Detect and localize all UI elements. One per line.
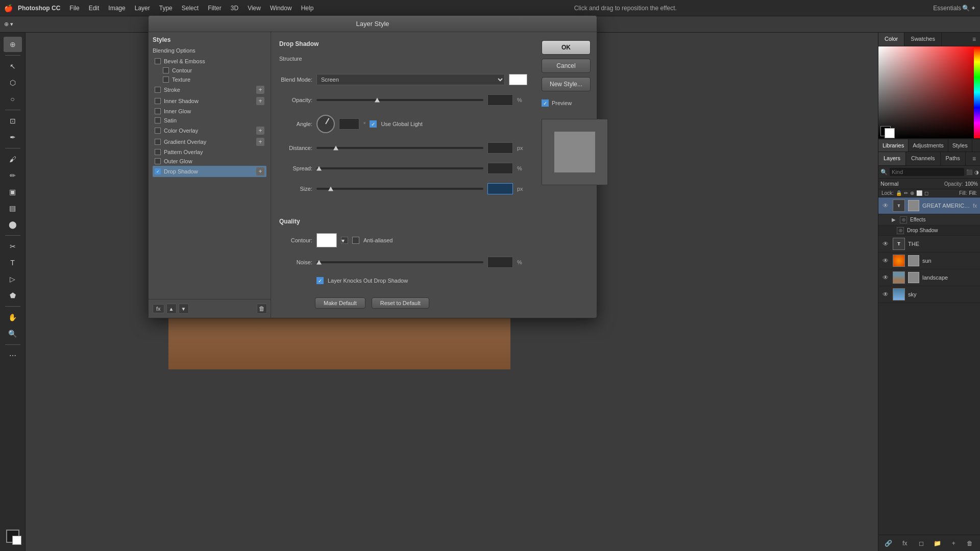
size-input[interactable]: 7 xyxy=(487,183,513,194)
lasso-tool[interactable]: ⬡ xyxy=(4,75,22,90)
blend-color-swatch[interactable] xyxy=(509,74,527,85)
drop-shadow-checkbox[interactable]: ✓ xyxy=(155,168,161,174)
distance-slider[interactable] xyxy=(316,144,483,152)
style-stroke[interactable]: Stroke + xyxy=(153,84,266,95)
menu-image[interactable]: Image xyxy=(104,3,129,14)
lock-move-icon[interactable]: ⊕ xyxy=(910,190,914,196)
distance-input[interactable]: 10 xyxy=(487,142,513,154)
layer-visibility-the-icon[interactable]: 👁 xyxy=(881,240,890,248)
style-color-overlay[interactable]: Color Overlay + xyxy=(153,125,266,136)
color-overlay-add-btn[interactable]: + xyxy=(256,127,264,135)
style-inner-shadow[interactable]: Inner Shadow + xyxy=(153,95,266,107)
tab-libraries[interactable]: Libraries xyxy=(878,139,909,152)
angle-dial[interactable] xyxy=(316,115,335,133)
outer-glow-checkbox[interactable] xyxy=(155,158,161,164)
layers-kind-input[interactable] xyxy=(890,168,964,176)
lock-pixel-icon[interactable]: ✏ xyxy=(904,190,908,196)
new-style-button[interactable]: New Style... xyxy=(542,77,591,91)
layer-item-sun[interactable]: 👁 sun xyxy=(878,253,980,269)
drop-shadow-visibility-icon[interactable]: ◎ xyxy=(897,227,904,234)
zoom-tool[interactable]: 🔍 xyxy=(4,326,22,341)
use-global-light-checkbox[interactable]: ✓ xyxy=(370,120,377,128)
color-spectrum[interactable] xyxy=(974,46,980,138)
eyedropper-tool[interactable]: ✒ xyxy=(4,130,22,145)
selection-tool[interactable]: ↖ xyxy=(4,59,22,74)
path-tool[interactable]: ▷ xyxy=(4,271,22,287)
spread-slider[interactable] xyxy=(316,165,483,172)
shape-tool[interactable]: ⬟ xyxy=(4,288,22,303)
link-layers-btn[interactable]: 🔗 xyxy=(884,538,894,548)
layers-panel-menu[interactable]: ≡ xyxy=(968,152,980,165)
delete-layer-btn[interactable]: 🗑 xyxy=(965,538,975,548)
ok-button[interactable]: OK xyxy=(542,40,591,55)
effects-toggle-icon[interactable]: ▶ xyxy=(891,217,897,223)
satin-checkbox[interactable] xyxy=(155,117,161,123)
gradient-overlay-checkbox[interactable] xyxy=(155,139,161,145)
blending-header[interactable]: Blending Options xyxy=(153,47,266,54)
ellipse-tool[interactable]: ○ xyxy=(4,91,22,107)
blend-mode-select[interactable]: Screen Normal Multiply Overlay xyxy=(316,74,505,85)
filter-pixel-icon[interactable]: ⬛ xyxy=(966,169,972,175)
texture-checkbox[interactable] xyxy=(163,77,169,83)
apple-menu[interactable]: 🍎 xyxy=(4,4,13,12)
move-down-btn[interactable]: ▼ xyxy=(179,304,189,314)
cancel-button[interactable]: Cancel xyxy=(542,59,591,73)
menu-edit[interactable]: Edit xyxy=(85,3,104,14)
contour-preview[interactable] xyxy=(316,233,337,247)
stroke-add-btn[interactable]: + xyxy=(256,86,264,94)
gradient-tool[interactable]: ▤ xyxy=(4,201,22,216)
background-color[interactable] xyxy=(12,536,21,545)
menu-filter[interactable]: Filter xyxy=(204,3,226,14)
style-texture[interactable]: Texture xyxy=(153,75,266,84)
menu-layer[interactable]: Layer xyxy=(131,3,154,14)
tab-swatches[interactable]: Swatches xyxy=(904,33,942,46)
lock-position-icon[interactable]: 🔒 xyxy=(896,190,902,196)
layer-knocks-checkbox[interactable]: ✓ xyxy=(316,277,324,284)
inner-glow-checkbox[interactable] xyxy=(155,108,161,114)
pen-tool[interactable]: ✂ xyxy=(4,239,22,254)
style-gradient-overlay[interactable]: Gradient Overlay + xyxy=(153,136,266,147)
gradient-overlay-add-btn[interactable]: + xyxy=(256,138,264,146)
layer-item-the[interactable]: 👁 T THE xyxy=(878,236,980,253)
stroke-checkbox[interactable] xyxy=(155,87,161,93)
tab-paths[interactable]: Paths xyxy=(941,152,966,165)
fx-button[interactable]: fx xyxy=(153,304,164,313)
layer-style-dialog[interactable]: Layer Style Styles Blending Options Beve… xyxy=(148,15,597,318)
noise-slider[interactable] xyxy=(316,259,483,266)
bevel-checkbox[interactable] xyxy=(155,58,161,64)
add-style-btn[interactable]: fx xyxy=(900,538,910,548)
style-outer-glow[interactable]: Outer Glow xyxy=(153,157,266,166)
tab-adjustments[interactable]: Adjustments xyxy=(909,139,948,152)
style-pattern-overlay[interactable]: Pattern Overlay xyxy=(153,147,266,157)
tab-channels[interactable]: Channels xyxy=(906,152,940,165)
reset-default-btn[interactable]: Reset to Default xyxy=(372,297,429,309)
hand-tool[interactable]: ✋ xyxy=(4,310,22,325)
inner-shadow-checkbox[interactable] xyxy=(155,98,161,104)
opacity-input[interactable]: 35 xyxy=(487,94,513,106)
menu-3d[interactable]: 3D xyxy=(227,3,242,14)
move-tool[interactable]: ⊕ xyxy=(4,37,22,52)
noise-input[interactable]: 0 xyxy=(487,257,513,268)
filter-adj-icon[interactable]: ◑ xyxy=(974,169,979,175)
layer-item-sky[interactable]: 👁 sky xyxy=(878,286,980,303)
drop-shadow-add-btn[interactable]: + xyxy=(256,167,264,176)
lock-all-icon[interactable]: ⬜ xyxy=(916,190,922,196)
layer-visibility-sun-icon[interactable]: 👁 xyxy=(881,257,890,265)
move-up-btn[interactable]: ▲ xyxy=(166,304,177,314)
style-bevel-emboss[interactable]: Bevel & Emboss xyxy=(153,57,266,66)
anti-aliased-checkbox[interactable] xyxy=(352,237,359,244)
style-inner-glow[interactable]: Inner Glow xyxy=(153,107,266,116)
style-contour[interactable]: Contour xyxy=(153,66,266,75)
menu-window[interactable]: Window xyxy=(266,3,296,14)
style-drop-shadow[interactable]: ✓ Drop Shadow + xyxy=(153,166,266,177)
add-mask-btn[interactable]: ◻ xyxy=(916,538,926,548)
effects-visibility-icon[interactable]: ◎ xyxy=(900,216,907,223)
menu-view[interactable]: View xyxy=(243,3,265,14)
layer-item-landscape[interactable]: 👁 landscape xyxy=(878,269,980,286)
delete-style-btn[interactable]: 🗑 xyxy=(257,304,267,314)
layer-item-drop-shadow[interactable]: ◎ Drop Shadow xyxy=(878,226,980,236)
search-icon[interactable]: 🔍 xyxy=(962,5,970,12)
tab-color[interactable]: Color xyxy=(878,33,904,46)
color-panel-menu[interactable]: ≡ xyxy=(968,33,980,46)
pattern-overlay-checkbox[interactable] xyxy=(155,149,161,155)
